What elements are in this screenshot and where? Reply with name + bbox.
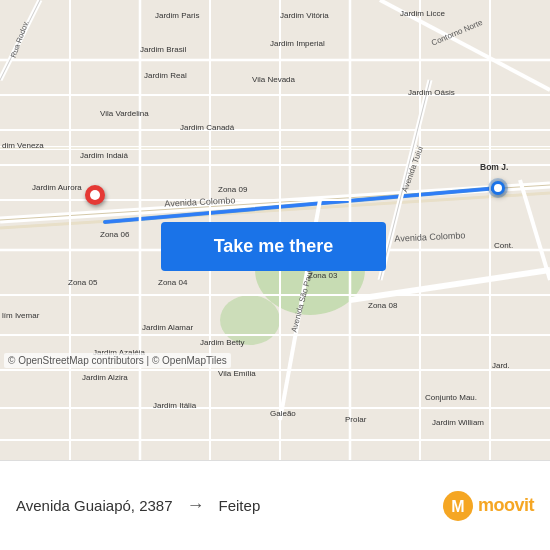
moovit-icon-svg: M xyxy=(442,490,474,522)
svg-text:Vila Emília: Vila Emília xyxy=(218,369,256,378)
route-info: Avenida Guaiapó, 2387 → Feitep xyxy=(16,495,442,516)
svg-text:Zona 05: Zona 05 xyxy=(68,278,98,287)
svg-point-79 xyxy=(494,184,502,192)
svg-text:Conjunto Mau.: Conjunto Mau. xyxy=(425,393,477,402)
svg-text:Galeão: Galeão xyxy=(270,409,296,418)
svg-text:Jardim Licce: Jardim Licce xyxy=(400,9,445,18)
svg-text:Zona 09: Zona 09 xyxy=(218,185,248,194)
origin-label: Avenida Guaiapó, 2387 xyxy=(16,497,173,514)
svg-text:Jardim Canadá: Jardim Canadá xyxy=(180,123,235,132)
svg-text:Jardim Betty: Jardim Betty xyxy=(200,338,244,347)
svg-text:Zona 03: Zona 03 xyxy=(308,271,338,280)
svg-text:Jardim William: Jardim William xyxy=(432,418,484,427)
svg-text:Jardim Itália: Jardim Itália xyxy=(153,401,197,410)
svg-text:Cont.: Cont. xyxy=(494,241,513,250)
svg-text:Jardim Alamar: Jardim Alamar xyxy=(142,323,193,332)
svg-text:M: M xyxy=(451,498,464,515)
moovit-logo: M moovit xyxy=(442,490,534,522)
svg-text:lím Ivemar: lím Ivemar xyxy=(2,311,40,320)
map-container: Avenida Colombo Avenida Colombo Avenida … xyxy=(0,0,550,460)
svg-point-76 xyxy=(90,190,100,200)
svg-text:Zona 06: Zona 06 xyxy=(100,230,130,239)
svg-text:Vila Nevada: Vila Nevada xyxy=(252,75,296,84)
take-me-there-button[interactable]: Take me there xyxy=(161,222,386,271)
svg-text:Jardim Indaiá: Jardim Indaiá xyxy=(80,151,129,160)
svg-text:Bom J.: Bom J. xyxy=(480,162,508,172)
svg-text:Jardim Alzira: Jardim Alzira xyxy=(82,373,128,382)
svg-text:Jardim Paris: Jardim Paris xyxy=(155,11,199,20)
svg-text:Jardim Vitória: Jardim Vitória xyxy=(280,11,329,20)
map-attribution: © OpenStreetMap contributors | © OpenMap… xyxy=(4,353,231,368)
svg-text:Vila Vardelina: Vila Vardelina xyxy=(100,109,149,118)
svg-text:Jardim Aurora: Jardim Aurora xyxy=(32,183,82,192)
svg-text:Jardim Brasil: Jardim Brasil xyxy=(140,45,186,54)
svg-text:Jard.: Jard. xyxy=(492,361,510,370)
svg-text:dim Veneza: dim Veneza xyxy=(2,141,44,150)
moovit-brand-label: moovit xyxy=(478,495,534,516)
svg-text:Jardim Oásis: Jardim Oásis xyxy=(408,88,455,97)
destination-label: Feitep xyxy=(219,497,261,514)
svg-text:Zona 04: Zona 04 xyxy=(158,278,188,287)
svg-text:Prolar: Prolar xyxy=(345,415,367,424)
svg-text:Jardim Imperial: Jardim Imperial xyxy=(270,39,325,48)
svg-text:Jardim Real: Jardim Real xyxy=(144,71,187,80)
arrow-icon: → xyxy=(187,495,205,516)
svg-text:Zona 08: Zona 08 xyxy=(368,301,398,310)
bottom-bar: Avenida Guaiapó, 2387 → Feitep M moovit xyxy=(0,460,550,550)
